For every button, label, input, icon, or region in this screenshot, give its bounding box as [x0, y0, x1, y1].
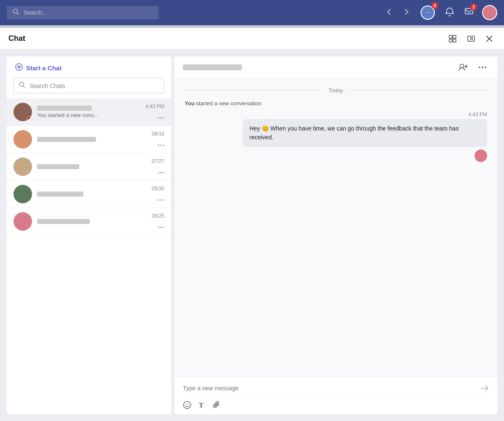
profile-avatar-button[interactable]: 👓 6	[419, 4, 437, 21]
svg-point-22	[158, 172, 159, 173]
more-options-button[interactable]	[476, 65, 489, 70]
search-chats-icon	[19, 82, 25, 90]
chat-info	[37, 219, 147, 224]
svg-point-36	[485, 67, 486, 68]
svg-point-31	[460, 64, 464, 68]
search-chats-input[interactable]	[29, 83, 159, 89]
user-avatar[interactable]	[482, 5, 497, 20]
svg-point-28	[158, 227, 159, 228]
chat-meta: 05/30	[152, 186, 164, 203]
message-toolbar: T	[183, 397, 489, 411]
grid-view-button[interactable]	[446, 33, 459, 45]
chat-meta: 08/16	[152, 131, 164, 148]
add-person-button[interactable]	[456, 61, 470, 73]
emoji-button[interactable]	[183, 401, 191, 409]
svg-point-16	[158, 117, 159, 119]
chat-time: 07/27	[152, 158, 164, 164]
svg-point-29	[161, 227, 162, 228]
start-chat-button[interactable]: Start a Chat	[15, 63, 62, 73]
sidebar-header: Start a Chat	[7, 56, 171, 78]
global-search-box[interactable]	[7, 6, 158, 19]
chat-name-bar	[37, 106, 140, 111]
system-message: You started a new conversation	[185, 100, 487, 107]
contact-name-blurred	[37, 164, 79, 169]
start-chat-label: Start a Chat	[26, 64, 62, 72]
main-content: Start a Chat	[0, 50, 504, 421]
notifications-button[interactable]	[443, 5, 456, 20]
chat-info	[37, 164, 147, 169]
chat-time: 05/30	[152, 186, 164, 192]
message-input-row	[183, 384, 489, 393]
chat-panel-header: Chat	[0, 28, 504, 50]
svg-point-35	[482, 67, 483, 68]
date-label: Today	[329, 87, 343, 93]
message-list: Today You started a new conversation 4:4…	[174, 79, 497, 376]
chat-list-item[interactable]: You started a new conv... 4:43 PM	[7, 99, 171, 126]
chat-area-header-actions	[456, 61, 489, 73]
avatar	[13, 157, 32, 176]
close-button[interactable]	[483, 33, 496, 44]
chat-info	[37, 192, 147, 197]
chat-meta: 07/27	[152, 158, 164, 175]
svg-rect-6	[453, 39, 456, 42]
svg-point-19	[158, 145, 159, 146]
chat-list-item[interactable]: 05/30	[7, 181, 171, 208]
chat-more-button[interactable]	[158, 195, 164, 203]
last-message: You started a new conv...	[37, 112, 140, 118]
send-button[interactable]	[480, 384, 489, 393]
svg-point-20	[161, 145, 162, 146]
svg-point-27	[163, 200, 164, 201]
message-time: 4:43 PM	[468, 112, 487, 117]
svg-point-18	[163, 117, 164, 119]
forward-button[interactable]	[401, 7, 412, 19]
message-bubble: Hey 😊 When you have time, we can go thro…	[243, 119, 487, 147]
chat-icon-button[interactable]: 2	[463, 5, 475, 20]
svg-point-40	[188, 404, 189, 405]
svg-rect-4	[453, 35, 456, 38]
chat-more-button[interactable]	[158, 113, 164, 120]
messages-badge: 2	[470, 4, 477, 11]
svg-point-17	[161, 117, 162, 119]
svg-rect-5	[449, 39, 452, 42]
search-icon	[13, 8, 19, 17]
chat-list-item[interactable]: 05/25	[7, 208, 171, 235]
date-divider: Today	[185, 87, 487, 93]
chat-time: 08/16	[152, 131, 164, 137]
svg-point-39	[186, 404, 187, 405]
chat-list: You started a new conv... 4:43 PM	[7, 99, 171, 414]
svg-point-30	[163, 227, 164, 228]
profile-badge: 6	[432, 2, 438, 9]
chat-more-button[interactable]	[158, 222, 164, 230]
chat-time: 05/25	[152, 213, 164, 219]
chat-time: 4:43 PM	[145, 104, 164, 109]
chat-name-bar	[37, 137, 147, 142]
svg-rect-3	[449, 35, 452, 38]
popout-button[interactable]	[464, 33, 478, 45]
attach-button[interactable]	[212, 401, 221, 409]
format-text-button[interactable]: T	[198, 401, 206, 409]
topbar-icons: 👓 6 2	[383, 4, 497, 21]
chat-more-button[interactable]	[158, 168, 164, 175]
avatar	[13, 103, 32, 121]
svg-point-26	[161, 200, 162, 201]
chat-more-button[interactable]	[158, 140, 164, 148]
contact-name-blurred	[37, 137, 96, 142]
chat-list-item[interactable]: 08/16	[7, 126, 171, 153]
contact-name-blurred	[37, 192, 83, 197]
svg-point-34	[479, 67, 480, 68]
chat-list-item[interactable]: 07/27	[7, 153, 171, 181]
global-search-input[interactable]	[24, 9, 153, 16]
contact-name-blurred	[37, 219, 90, 224]
avatar	[13, 130, 32, 149]
search-chats-box[interactable]	[13, 78, 164, 93]
chat-area-header	[174, 56, 497, 79]
svg-point-38	[184, 402, 191, 409]
chat-panel-header-actions	[446, 33, 496, 45]
topbar: 👓 6 2	[0, 0, 504, 25]
message-input-area: T	[174, 376, 497, 414]
svg-line-1	[17, 13, 19, 15]
back-button[interactable]	[383, 7, 394, 19]
conversation-name-blurred	[183, 64, 242, 70]
message-input[interactable]	[183, 385, 475, 392]
svg-point-24	[163, 172, 164, 173]
